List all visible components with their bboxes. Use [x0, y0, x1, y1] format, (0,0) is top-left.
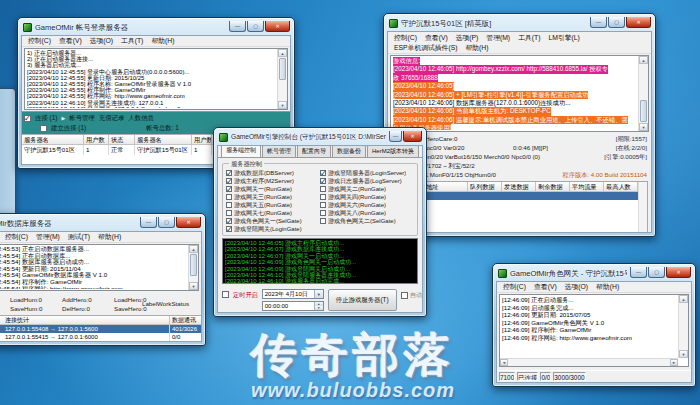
scroll-thumb[interactable] — [279, 58, 286, 80]
spin-down-icon[interactable]: ▼ — [315, 306, 323, 310]
connect-checkbox[interactable] — [24, 115, 31, 122]
titlebar[interactable]: GameOfMir数据库服务器 — ▢ ✕ — [0, 216, 203, 231]
menu-item[interactable]: 查看(V) — [530, 282, 561, 292]
minimize-button[interactable]: — — [229, 21, 246, 32]
checkbox-icon[interactable] — [320, 210, 326, 216]
vertical-scrollbar[interactable] — [188, 245, 198, 290]
scroll-down-icon[interactable] — [679, 350, 688, 358]
checkbox-icon[interactable] — [226, 210, 232, 216]
table-row[interactable]: 127.0.0.1:55430 → 127.0.0.1:5100 0/0 — [0, 341, 201, 342]
timer-checkbox[interactable] — [222, 291, 229, 298]
checkbox-icon[interactable] — [226, 170, 232, 176]
table-scrollbar[interactable] — [638, 182, 647, 232]
table-row[interactable]: 127.0.0.1:55408 → 127.0.0.1:5600 401/302… — [0, 325, 201, 333]
minimize-button[interactable]: — — [389, 131, 402, 142]
scroll-up-icon[interactable] — [189, 245, 198, 253]
menu-item[interactable]: 帮助(H) — [147, 36, 178, 46]
column-header[interactable]: 队列数据 — [468, 182, 502, 192]
menu-item[interactable]: 控制(C) — [24, 36, 55, 46]
checkbox-icon[interactable] — [320, 202, 326, 208]
establish-checkbox[interactable] — [40, 125, 47, 132]
tab[interactable]: 帐号管理 — [262, 145, 296, 157]
checkbox-icon[interactable] — [226, 186, 232, 192]
menu-item[interactable]: 选项(O) — [561, 282, 592, 292]
service-checkbox-row[interactable]: 游戏登陆网关(LoginGate) — [226, 225, 320, 233]
menu-item[interactable]: 查看(V) — [421, 33, 452, 43]
titlebar[interactable]: GameOfMir角色网关 - 守护沉默15号0... — ▢ ✕ — [495, 266, 693, 281]
menu-item[interactable]: 测试(T) — [64, 232, 94, 242]
column-header[interactable]: 用户数 — [84, 135, 109, 145]
column-header[interactable]: 服务器名 — [22, 135, 84, 145]
column-header[interactable]: 连接统计 — [0, 316, 170, 325]
vertical-scrollbar[interactable] — [678, 295, 688, 358]
minimize-button[interactable]: — — [630, 267, 647, 278]
tab[interactable]: 数据备份 — [332, 145, 366, 157]
menu-item[interactable]: LM引擎(L) — [544, 33, 583, 43]
column-header[interactable]: 用户数 — [192, 135, 212, 145]
scroll-left-icon[interactable] — [500, 359, 508, 366]
scroll-thumb[interactable] — [640, 100, 647, 122]
date-picker[interactable]: 2023年 4月10日 ▼ — [262, 289, 324, 299]
minimize-button[interactable]: — — [590, 17, 607, 28]
tab[interactable]: HerM2版本转换 — [367, 145, 419, 157]
maximize-button[interactable]: ▢ — [158, 217, 175, 228]
selected-row[interactable] — [392, 192, 638, 200]
recharge-record-button[interactable]: 充值记录 — [99, 114, 125, 123]
scroll-down-icon[interactable] — [189, 282, 198, 290]
column-header[interactable]: 状态 — [109, 135, 135, 145]
scroll-up-icon[interactable] — [679, 295, 688, 303]
checkbox-icon[interactable] — [226, 194, 232, 200]
menu-item[interactable]: 控制(C) — [390, 33, 421, 43]
menu-item[interactable]: 帮助(H) — [94, 232, 125, 242]
checkbox-icon[interactable] — [226, 218, 232, 224]
menu-item[interactable]: 管理(M) — [482, 33, 514, 43]
time-spinner[interactable]: 00:00:00 ▲ ▼ — [262, 301, 324, 311]
checkbox-icon[interactable] — [320, 170, 326, 176]
column-header[interactable]: 数据通讯 — [170, 316, 202, 325]
menu-item[interactable]: 管理(M) — [32, 232, 64, 242]
menu-item[interactable]: 工具(T) — [514, 33, 544, 43]
menu-item[interactable]: ESP单机调试插件(S) — [390, 43, 461, 53]
checkbox-icon[interactable] — [226, 202, 232, 208]
close-button[interactable]: ✕ — [626, 17, 651, 28]
column-header[interactable]: 最高人数 — [604, 182, 638, 192]
stop-server-button[interactable]: 停止游戏服务器(T) — [328, 289, 397, 311]
column-header[interactable]: 发送数据 — [502, 182, 536, 192]
menu-item[interactable]: 控制(C) — [1, 232, 32, 242]
close-button[interactable]: ✕ — [666, 267, 691, 278]
tab[interactable]: 服务端控制 — [221, 145, 261, 157]
column-header[interactable]: 平均流量 — [570, 182, 604, 192]
maximize-button[interactable]: ▢ — [648, 267, 665, 278]
menu-item[interactable]: 控制(C) — [499, 282, 530, 292]
service-checkbox-row[interactable]: 游戏角色网关二(SelGate) — [320, 217, 414, 225]
menu-item[interactable]: 帮助(H) — [592, 282, 623, 292]
scroll-right-icon[interactable] — [670, 359, 678, 366]
column-header[interactable]: 剩余数据 — [536, 182, 570, 192]
online-info-button[interactable]: 人数信息 — [128, 114, 154, 123]
table-row[interactable]: 127.0.0.1:55415 → 127.0.0.1:6000 0/0 — [0, 333, 201, 341]
tab[interactable]: 配置向导 — [297, 145, 331, 157]
auto-open-checkbox[interactable] — [401, 292, 408, 299]
maximize-button[interactable]: ▢ — [608, 17, 625, 28]
titlebar[interactable]: 守护沉默15号01区 [精英版] — ▢ ✕ — [386, 16, 653, 31]
maximize-button[interactable]: ▢ — [247, 21, 264, 32]
menu-item[interactable]: 选项(P) — [452, 33, 483, 43]
checkbox-icon[interactable] — [320, 194, 326, 200]
checkbox-icon[interactable] — [320, 178, 326, 184]
scroll-up-icon[interactable] — [639, 56, 648, 64]
vertical-scrollbar[interactable] — [277, 49, 287, 109]
column-header[interactable]: 服务器名 — [135, 135, 192, 145]
minimize-button[interactable]: — — [140, 217, 157, 228]
menu-item[interactable]: 查看(V) — [55, 36, 86, 46]
dropdown-icon[interactable]: ▼ — [314, 290, 323, 298]
menu-item[interactable]: 帮助(H) — [461, 43, 492, 53]
checkbox-icon[interactable] — [226, 178, 232, 184]
titlebar[interactable]: GameOfMir引擎控制台 (守护沉默15号01区 D:\MirServer\… — [216, 130, 424, 145]
checkbox-icon[interactable] — [320, 186, 326, 192]
close-button[interactable]: ✕ — [176, 217, 201, 228]
titlebar[interactable]: GameOfMir 帐号登录服务器 — ▢ ✕ — [20, 20, 292, 35]
account-manage-button[interactable]: 帐号管理 — [69, 114, 95, 123]
menu-item[interactable]: 选项(O) — [86, 36, 117, 46]
close-button[interactable]: ✕ — [403, 131, 422, 142]
menu-item[interactable]: 工具(T) — [117, 36, 147, 46]
